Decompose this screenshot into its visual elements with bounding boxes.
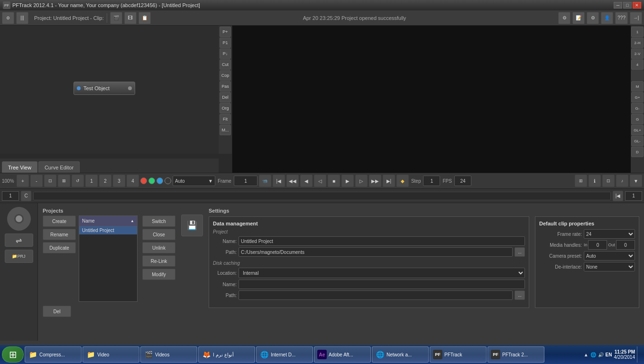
frame-input[interactable]: [234, 176, 258, 186]
prev-frame-fast-btn[interactable]: ◀◀: [286, 175, 299, 187]
node-copy-btn[interactable]: Cop: [220, 70, 231, 81]
zoom-in-btn[interactable]: +: [17, 175, 29, 187]
more-btn[interactable]: ▼: [630, 175, 642, 187]
close-button[interactable]: ✕: [633, 2, 641, 9]
view-btn-gplus[interactable]: G+: [631, 92, 644, 103]
tab-curve-editor[interactable]: Curve Editor: [38, 161, 80, 173]
timeline-start-input[interactable]: [2, 191, 19, 201]
node-p-plus-btn[interactable]: P+: [220, 27, 231, 37]
arrow-btn[interactable]: →|: [630, 12, 642, 24]
taskbar-item-ae[interactable]: Ae Adobe Aft...: [314, 346, 371, 363]
in-value-input[interactable]: [588, 240, 607, 250]
tab-tree-view[interactable]: Tree View: [2, 161, 37, 173]
audio-btn[interactable]: ♪: [616, 175, 628, 187]
prj-btn[interactable]: 📁PRJ: [5, 250, 33, 263]
taskbar-item-network[interactable]: 🌐 Network a...: [372, 346, 429, 363]
film-btn[interactable]: 🎞: [124, 12, 137, 24]
info-btn[interactable]: ℹ: [589, 175, 601, 187]
show-desktop-btn[interactable]: [637, 346, 639, 363]
fit-all-btn[interactable]: ⊡: [44, 175, 56, 187]
prev-step-btn[interactable]: ◁: [314, 175, 326, 187]
node-m-btn[interactable]: M...: [220, 125, 231, 135]
node-paste-btn[interactable]: Pas: [220, 81, 231, 92]
view-btn-d[interactable]: D: [631, 147, 644, 157]
key-btn[interactable]: ◆: [396, 175, 409, 187]
pftrack-logo-btn[interactable]: ⚙: [2, 12, 14, 24]
project-name-input[interactable]: [239, 236, 525, 246]
name-items-list[interactable]: Untitled Project: [79, 226, 138, 302]
taskbar-item-firefox[interactable]: 🦊 أنواع نرم ا: [198, 346, 255, 363]
switch-btn[interactable]: Switch: [142, 215, 175, 227]
taskbar-item-video[interactable]: 📁 Video: [83, 346, 139, 363]
user-btn[interactable]: 👤: [601, 12, 613, 24]
view-btn-g[interactable]: G: [631, 114, 644, 124]
taskbar-item-compress[interactable]: 📁 Compress...: [25, 346, 82, 363]
create-btn[interactable]: Create: [43, 215, 76, 227]
viewport-panel[interactable]: [232, 26, 644, 173]
del-project-btn[interactable]: Del: [43, 306, 71, 317]
knob-btn[interactable]: [7, 207, 31, 231]
color-red[interactable]: [140, 177, 147, 184]
timeline-c-btn[interactable]: C: [21, 191, 31, 201]
camera-preset-select[interactable]: Auto: [584, 251, 635, 261]
clock[interactable]: 11:25 PM 4/20/2014: [614, 349, 635, 360]
de-interlace-select[interactable]: None: [584, 262, 635, 271]
goto-end-btn[interactable]: ▶|: [383, 175, 395, 187]
taskbar-item-pftrack[interactable]: PF PFTrack: [430, 346, 487, 363]
timeline-track[interactable]: [33, 192, 611, 200]
stop-btn[interactable]: ■: [328, 175, 340, 187]
project-item-0[interactable]: Untitled Project: [79, 226, 137, 234]
tray-up-arrow[interactable]: ▲: [584, 352, 589, 357]
color-blue[interactable]: [156, 177, 163, 184]
play-btn[interactable]: ▶: [341, 175, 354, 187]
ch4-btn[interactable]: 4: [127, 175, 139, 187]
help-btn[interactable]: ???: [615, 12, 628, 24]
prev-frame-btn[interactable]: ◀: [300, 175, 313, 187]
frame-rate-select[interactable]: 24: [584, 229, 635, 239]
project-path-input[interactable]: [239, 247, 513, 257]
unlink-btn[interactable]: Unlink: [142, 242, 175, 253]
node-pdown-btn[interactable]: P↓: [220, 48, 231, 59]
out-value-input[interactable]: [616, 240, 635, 250]
node-p1-btn[interactable]: P1: [220, 37, 231, 48]
taskbar-item-videos[interactable]: 🎬 Videos: [140, 346, 197, 363]
view-btn-2v[interactable]: 2-V: [631, 48, 644, 59]
goto-start-btn[interactable]: |◀: [273, 175, 285, 187]
view-btn-2h[interactable]: 2-H: [631, 37, 644, 48]
view-btn-4[interactable]: 4: [631, 59, 644, 70]
node-del-btn[interactable]: Del: [220, 92, 231, 103]
node-canvas[interactable]: Test Object: [0, 26, 232, 154]
location-select[interactable]: Internal: [239, 268, 525, 278]
layout-btn[interactable]: |||: [16, 12, 28, 24]
settings-btn[interactable]: ⚙: [558, 12, 570, 24]
view-btn-m[interactable]: M: [631, 81, 644, 92]
maximize-button[interactable]: □: [623, 2, 632, 9]
node-fit-btn[interactable]: Fit: [220, 114, 231, 124]
cache-name-input[interactable]: [239, 280, 525, 289]
viewport-canvas[interactable]: [232, 26, 644, 173]
loop-btn[interactable]: ↺: [72, 175, 84, 187]
view-opts-btn[interactable]: ⊡: [602, 175, 615, 187]
step-input[interactable]: [423, 176, 440, 186]
timeline-end-input[interactable]: [625, 191, 642, 201]
taskbar-item-pftrack2[interactable]: PF PFTrack 2...: [488, 346, 544, 363]
mode-dropdown[interactable]: Auto ▼: [173, 176, 215, 186]
rename-btn[interactable]: Rename: [43, 229, 76, 240]
duplicate-btn[interactable]: Duplicate: [43, 242, 76, 253]
node-org-btn[interactable]: Org: [220, 103, 231, 113]
camera-btn[interactable]: 🎬: [110, 12, 122, 24]
zoom-out-btn[interactable]: -: [30, 175, 43, 187]
minimize-button[interactable]: ─: [614, 2, 622, 9]
view-btn-glplus[interactable]: GL+: [631, 125, 644, 135]
ch1-btn[interactable]: 1: [85, 175, 98, 187]
camera-sync-btn[interactable]: 📹: [259, 175, 271, 187]
next-step-btn[interactable]: ▷: [355, 175, 368, 187]
ch3-btn[interactable]: 3: [113, 175, 125, 187]
circle-mode-btn[interactable]: [165, 177, 171, 184]
reset-btn[interactable]: ⊠: [58, 175, 70, 187]
layout-opts-btn[interactable]: ⊞: [575, 175, 587, 187]
name-header[interactable]: Name ▲: [79, 215, 138, 226]
prefs-btn[interactable]: ⚙: [587, 12, 599, 24]
clipboard-btn[interactable]: 📋: [138, 12, 151, 24]
relink-btn[interactable]: Re-Link: [142, 255, 175, 267]
